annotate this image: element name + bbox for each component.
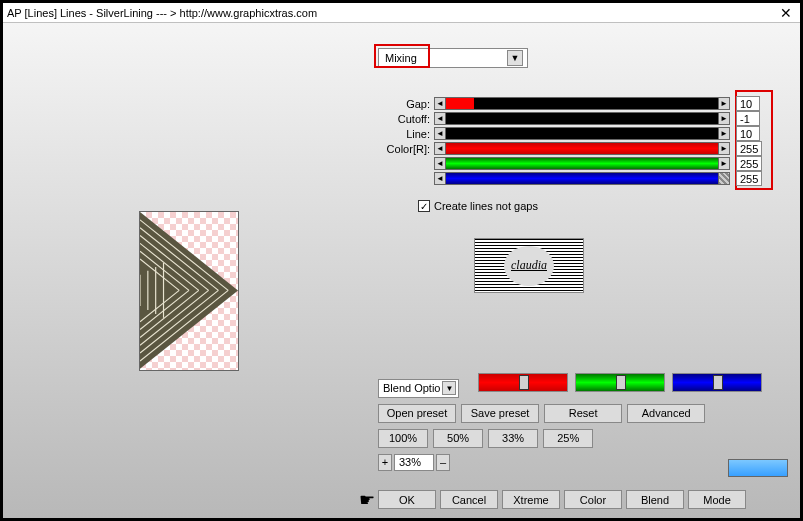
- b-slider[interactable]: [446, 172, 718, 185]
- r-left-arrow[interactable]: ◄: [434, 142, 446, 155]
- gap-left-arrow[interactable]: ◄: [434, 97, 446, 110]
- color-button[interactable]: Color: [564, 490, 622, 509]
- gap-label: Gap:: [378, 98, 434, 110]
- b-left-arrow[interactable]: ◄: [434, 172, 446, 185]
- cutoff-value[interactable]: -1: [736, 111, 760, 126]
- green-adjust-slider[interactable]: [575, 373, 665, 392]
- zoom-value[interactable]: 33%: [394, 454, 434, 471]
- zoom-100-button[interactable]: 100%: [378, 429, 428, 448]
- blend-options-label: Blend Optio: [383, 382, 440, 394]
- cutoff-slider[interactable]: [446, 112, 718, 125]
- gap-slider[interactable]: [446, 97, 718, 110]
- g-right-arrow[interactable]: ►: [718, 157, 730, 170]
- xtreme-button[interactable]: Xtreme: [502, 490, 560, 509]
- gap-right-arrow[interactable]: ►: [718, 97, 730, 110]
- g-left-arrow[interactable]: ◄: [434, 157, 446, 170]
- window-title: AP [Lines] Lines - SilverLining --- > ht…: [7, 7, 776, 19]
- line-left-arrow[interactable]: ◄: [434, 127, 446, 140]
- zoom-50-button[interactable]: 50%: [433, 429, 483, 448]
- blend-button[interactable]: Blend: [626, 490, 684, 509]
- chevron-down-icon[interactable]: ▼: [442, 381, 456, 395]
- color-label: Color[R]:: [378, 143, 434, 155]
- g-value[interactable]: 255: [736, 156, 762, 171]
- zoom-33-button[interactable]: 33%: [488, 429, 538, 448]
- line-label: Line:: [378, 128, 434, 140]
- line-slider[interactable]: [446, 127, 718, 140]
- save-preset-button[interactable]: Save preset: [461, 404, 539, 423]
- advanced-button[interactable]: Advanced: [627, 404, 705, 423]
- zoom-25-button[interactable]: 25%: [543, 429, 593, 448]
- cutoff-left-arrow[interactable]: ◄: [434, 112, 446, 125]
- line-right-arrow[interactable]: ►: [718, 127, 730, 140]
- highlight-box-mixing: [374, 44, 430, 68]
- blend-options-dropdown[interactable]: Blend Optio ▼: [378, 379, 459, 398]
- mode-button[interactable]: Mode: [688, 490, 746, 509]
- g-slider[interactable]: [446, 157, 718, 170]
- create-lines-label: Create lines not gaps: [434, 200, 538, 212]
- cutoff-label: Cutoff:: [378, 113, 434, 125]
- preview-image: [139, 211, 239, 371]
- b-right-dots[interactable]: [718, 172, 730, 185]
- pointer-hand-icon: ☛: [359, 489, 375, 511]
- r-slider[interactable]: [446, 142, 718, 155]
- zoom-plus-button[interactable]: +: [378, 454, 392, 471]
- b-value[interactable]: 255: [736, 171, 762, 186]
- close-icon[interactable]: ✕: [776, 5, 796, 21]
- line-value[interactable]: 10: [736, 126, 760, 141]
- chevron-down-icon[interactable]: ▼: [507, 50, 523, 66]
- r-right-arrow[interactable]: ►: [718, 142, 730, 155]
- open-preset-button[interactable]: Open preset: [378, 404, 456, 423]
- ok-button[interactable]: OK: [378, 490, 436, 509]
- zoom-minus-button[interactable]: –: [436, 454, 450, 471]
- gap-value[interactable]: 10: [736, 96, 760, 111]
- blue-adjust-slider[interactable]: [672, 373, 762, 392]
- create-lines-checkbox[interactable]: ✓: [418, 200, 430, 212]
- cutoff-right-arrow[interactable]: ►: [718, 112, 730, 125]
- claudia-logo: claudia: [474, 238, 584, 293]
- cancel-button[interactable]: Cancel: [440, 490, 498, 509]
- claudia-logo-text: claudia: [504, 246, 554, 286]
- color-swatch[interactable]: [728, 459, 788, 477]
- r-value[interactable]: 255: [736, 141, 762, 156]
- red-adjust-slider[interactable]: [478, 373, 568, 392]
- reset-button[interactable]: Reset: [544, 404, 622, 423]
